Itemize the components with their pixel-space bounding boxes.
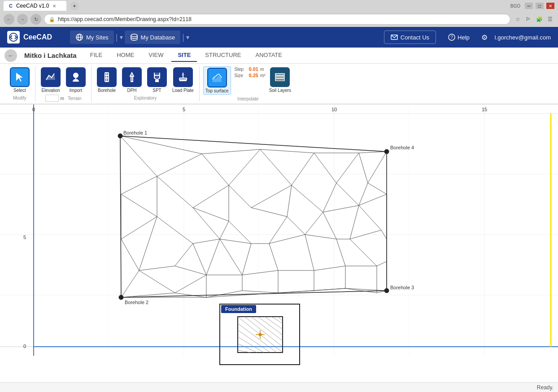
size-row: Size 0.25 m²	[235, 73, 266, 78]
svg-text:Borehole 1: Borehole 1	[123, 130, 147, 135]
tab-anotate[interactable]: ANOTATE	[249, 49, 288, 62]
maximize-button[interactable]: □	[536, 3, 544, 9]
select-tool-button[interactable]: Select	[8, 66, 31, 94]
import-label: Import	[70, 88, 82, 93]
svg-text:Borehole 2: Borehole 2	[125, 300, 148, 305]
soil-layers-icon-bg	[270, 67, 290, 87]
tab-structure[interactable]: STRUCTURE	[199, 49, 247, 62]
tab-home[interactable]: HOME	[110, 49, 140, 62]
my-sites-button[interactable]: My Sites	[70, 30, 114, 44]
svg-rect-24	[275, 74, 284, 75]
load-plate-label: Load Plate	[172, 88, 194, 93]
soil-layers-tool-button[interactable]: Soil Layers	[267, 66, 293, 94]
browser-toolbar: ← → ↻ 🔒 https://app.ceecad.com/Member/Dr…	[0, 12, 558, 27]
flag-icon[interactable]: 🏳	[524, 15, 533, 24]
top-surface-label: Top surface	[205, 88, 229, 93]
my-database-dropdown[interactable]: ▾	[186, 34, 189, 41]
svg-rect-25	[275, 76, 284, 78]
step-label-text: Step	[235, 67, 247, 72]
borehole-label: Borehole	[98, 88, 116, 93]
menu-icon[interactable]: ☰	[545, 15, 554, 24]
lock-icon: 🔒	[49, 17, 55, 22]
dph-label: DPH	[127, 88, 136, 93]
status-bar: Ready.	[0, 382, 558, 392]
back-button[interactable]: ←	[4, 14, 14, 25]
toolbar-icons: ☆ 🏳 🧩 ☰	[513, 15, 554, 24]
borehole-icon	[100, 71, 113, 83]
ribbon-group-exploratory: Borehole DPH	[92, 66, 200, 101]
bookmark-icon[interactable]: ☆	[513, 15, 522, 24]
terrain-value-input[interactable]	[45, 95, 59, 102]
modify-items: Select	[8, 66, 31, 94]
dph-tool-button[interactable]: DPH	[120, 66, 144, 94]
menu-bar: ← Mitko i Lachkata FILE HOME VIEW SITE S…	[0, 48, 558, 64]
tab-site[interactable]: SITE	[171, 49, 197, 62]
my-sites-label: My Sites	[86, 34, 109, 41]
header-right: Contact Us ? Help ⚙ l.gorchev@gmail.com	[384, 30, 551, 44]
svg-text:Borehole 4: Borehole 4	[390, 145, 414, 150]
elevation-tool-button[interactable]: Elevation	[39, 66, 62, 94]
svg-point-173	[384, 288, 389, 293]
spt-icon	[151, 71, 163, 83]
top-surface-tool-button[interactable]: Top surface	[203, 66, 231, 95]
svg-text:?: ?	[450, 35, 453, 40]
settings-icon[interactable]: ⚙	[481, 33, 488, 42]
close-button[interactable]: ✕	[546, 3, 554, 9]
import-tool-button[interactable]: Import	[64, 66, 87, 94]
ribbon-group-terrain: Elevation Import m	[35, 66, 92, 103]
back-nav-button[interactable]: ←	[4, 49, 17, 62]
elevation-icon-bg	[41, 67, 61, 87]
size-label-text: Size	[235, 73, 247, 78]
my-sites-dropdown[interactable]: ▾	[120, 34, 123, 41]
svg-point-4	[131, 34, 137, 37]
svg-text:15: 15	[482, 107, 487, 112]
exploratory-items: Borehole DPH	[95, 66, 196, 94]
help-button[interactable]: ? Help	[443, 30, 474, 44]
size-value-text: 0.25	[249, 73, 258, 78]
browser-tab[interactable]: C CeeCAD v1.0 ✕	[4, 1, 66, 11]
svg-marker-16	[130, 73, 134, 76]
spt-tool-button[interactable]: SPT	[145, 66, 169, 94]
elevation-icon	[44, 71, 57, 83]
select-icon-bg	[10, 67, 30, 87]
extension-icon[interactable]: 🧩	[535, 15, 544, 24]
import-icon	[70, 71, 82, 83]
new-tab-button[interactable]: +	[70, 1, 79, 10]
tab-file[interactable]: FILE	[84, 49, 109, 62]
contact-us-button[interactable]: Contact Us	[384, 30, 436, 44]
svg-text:10: 10	[331, 107, 337, 112]
svg-point-10	[74, 73, 78, 78]
load-plate-icon	[177, 71, 189, 83]
app-logo: CeeCAD	[7, 31, 52, 44]
top-surface-icon-bg	[207, 68, 227, 87]
ribbon-group-interpolate: Top surface Step 0.01 m Size 0.25 m²	[200, 66, 296, 102]
terrain-group-label: Terrain	[68, 96, 82, 101]
forward-button[interactable]: →	[17, 14, 28, 25]
user-initials: BGO	[510, 4, 520, 9]
address-bar[interactable]: 🔒 https://app.ceecad.com/Member/Drawing.…	[44, 14, 510, 25]
load-plate-tool-button[interactable]: Load Plate	[170, 66, 196, 94]
project-title: Mitko i Lachkata	[24, 52, 77, 59]
drawing-area[interactable]: 0 5 10 15 5 0	[0, 105, 558, 382]
app-logo-text: CeeCAD	[23, 33, 52, 41]
terrain-items: Elevation Import	[39, 66, 87, 94]
svg-rect-26	[275, 79, 284, 81]
minimize-button[interactable]: ─	[525, 3, 533, 9]
borehole-tool-button[interactable]: Borehole	[95, 66, 118, 94]
tab-close-icon[interactable]: ✕	[52, 4, 56, 9]
svg-marker-23	[213, 76, 222, 82]
refresh-button[interactable]: ↻	[31, 14, 41, 25]
my-database-icon	[130, 33, 138, 41]
soil-layers-icon	[274, 71, 286, 83]
my-database-button[interactable]: My Database	[125, 30, 181, 44]
step-row: Step 0.01 m	[235, 66, 266, 72]
status-text: Ready.	[537, 384, 554, 391]
contact-icon	[391, 34, 398, 41]
size-unit-text: m²	[260, 73, 266, 78]
dph-icon	[126, 71, 138, 83]
tab-view[interactable]: VIEW	[142, 49, 170, 62]
nav-separator-1: |	[116, 33, 118, 42]
svg-point-167	[118, 134, 122, 138]
user-email: l.gorchev@gmail.com	[495, 34, 551, 41]
tab-title: CeeCAD v1.0	[16, 3, 49, 9]
